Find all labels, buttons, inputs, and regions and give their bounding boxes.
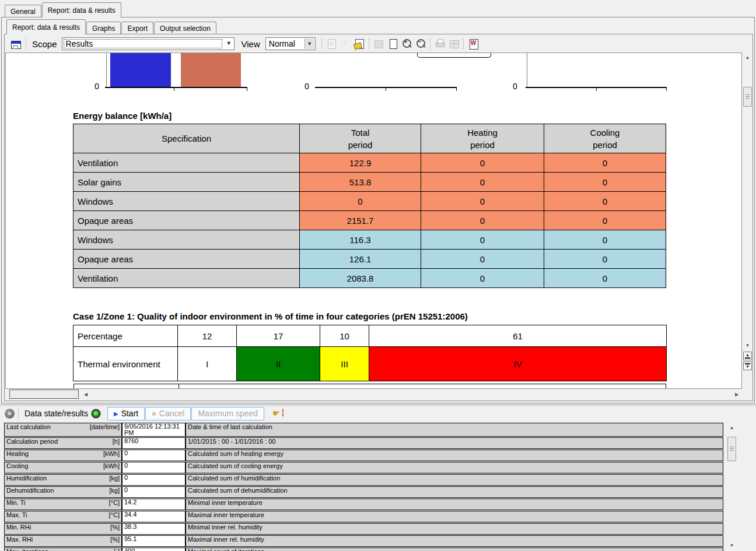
energy-row-label: Opaque areas bbox=[74, 211, 300, 230]
energy-total-value: 126.1 bbox=[300, 250, 421, 269]
status-unit: [%] bbox=[110, 536, 120, 543]
inner-tab[interactable]: Output selection bbox=[154, 22, 216, 34]
document-icon[interactable] bbox=[326, 38, 337, 50]
report-vscrollbar[interactable]: ▲ ▼ ▲ ▼ bbox=[743, 52, 752, 389]
col-cooling-period: Cooling period bbox=[544, 124, 666, 153]
chevron-down-icon: ▼ bbox=[226, 40, 232, 46]
run-to-cursor-icon[interactable]: ☛ bbox=[272, 408, 280, 419]
status-description: Calculated sum of heating energy bbox=[186, 450, 723, 461]
report-hscrollbar[interactable]: ◀ ▶ bbox=[5, 389, 742, 399]
energy-row: Ventilation 122.9 0 0 bbox=[74, 153, 666, 173]
maximum-speed-label: Maximum speed bbox=[198, 409, 258, 418]
inner-tab-bar: Report: data & results Graphs Export Out… bbox=[6, 20, 217, 34]
status-label: Cooling bbox=[6, 462, 28, 469]
status-description: Minimal inner temperature bbox=[186, 499, 723, 510]
toolbar-icons: + − bbox=[324, 38, 480, 50]
status-row: Heating [kWh] 0 Calculated sum of heatin… bbox=[4, 450, 723, 461]
energy-heating-value: 0 bbox=[421, 192, 544, 211]
status-row: Max. Ti [°C] 34.4 Maximal inner temperat… bbox=[4, 511, 723, 522]
status-description: 1/01/2015 : 00 - 1/01/2016 : 00 bbox=[186, 437, 723, 449]
properties-icon[interactable] bbox=[354, 38, 365, 50]
view-dropdown[interactable]: Normal ▼ bbox=[265, 37, 316, 50]
chart1-baseline bbox=[105, 87, 247, 88]
energy-row-label: Ventilation bbox=[74, 153, 300, 173]
status-label: Heating bbox=[6, 450, 29, 457]
cancel-button[interactable]: × Cancel bbox=[145, 407, 191, 420]
report-page-panel: Report: data & results Graphs Export Out… bbox=[1, 17, 755, 403]
report-window-button[interactable] bbox=[8, 37, 23, 50]
report-viewport: 0 0 0 Energy balance [kWh/a] bbox=[5, 52, 742, 389]
goto-hand-icon[interactable] bbox=[340, 38, 351, 50]
scroll-down-button[interactable]: ▼ bbox=[743, 341, 752, 350]
hscroll-thumb[interactable] bbox=[9, 389, 79, 399]
report-toolbar: Scope Results ▼ View Normal ▼ bbox=[8, 36, 749, 51]
status-unit: [°C] bbox=[109, 511, 120, 518]
vscroll-thumb[interactable] bbox=[743, 87, 752, 107]
view-value: Normal bbox=[266, 39, 295, 48]
full-page-icon[interactable] bbox=[373, 38, 384, 50]
zoom-out-icon[interactable]: − bbox=[415, 38, 426, 50]
status-description: Calculated sum of cooling energy bbox=[186, 462, 723, 473]
scroll-up-button[interactable]: ▲ bbox=[743, 52, 752, 62]
print-icon[interactable] bbox=[434, 38, 446, 50]
status-row: Cooling [kWh] 0 Calculated sum of coolin… bbox=[4, 462, 723, 473]
page-down-button[interactable]: ▼ bbox=[743, 362, 752, 370]
scroll-up-button[interactable]: ▲ bbox=[727, 423, 737, 432]
energy-table-title: Energy balance [kWh/a] bbox=[73, 111, 172, 121]
energy-row: Windows 0 0 0 bbox=[74, 192, 666, 211]
page-view-icon[interactable] bbox=[387, 38, 398, 50]
vscroll-thumb[interactable] bbox=[727, 437, 736, 461]
status-description: Calculated sum of humidification bbox=[186, 474, 723, 486]
status-description: Date & time of last calculation bbox=[186, 423, 723, 437]
percentage-value: 12 bbox=[177, 325, 237, 347]
energy-heating-value: 0 bbox=[421, 211, 544, 230]
energy-row: Ventilation 2083.8 0 0 bbox=[74, 269, 666, 288]
energy-row: Solar gains 513.8 0 0 bbox=[74, 173, 666, 192]
status-row: Calculation period [h] 8760 1/01/2015 : … bbox=[4, 437, 723, 449]
energy-total-value: 0 bbox=[300, 192, 421, 211]
status-led-icon bbox=[92, 409, 100, 418]
status-value: 14.2 bbox=[122, 499, 186, 510]
energy-row-label: Opaque areas bbox=[74, 250, 300, 269]
zoom-in-icon[interactable]: + bbox=[401, 38, 412, 50]
status-unit: [kWh] bbox=[103, 462, 120, 469]
data-state-table: Last calculation [date/time] 9/05/2016 1… bbox=[4, 422, 723, 551]
inner-tab[interactable]: Export bbox=[121, 22, 153, 34]
copy-table-icon[interactable] bbox=[448, 38, 460, 50]
header-separator bbox=[18, 408, 19, 419]
scroll-left-button[interactable]: ◀ bbox=[81, 389, 90, 399]
inner-tab[interactable]: Graphs bbox=[86, 22, 121, 34]
status-value: 0 bbox=[122, 450, 186, 461]
category-cell: IV bbox=[369, 346, 667, 381]
maximum-speed-button[interactable]: Maximum speed bbox=[191, 407, 264, 420]
status-row: Min. RHi [%] 38.3 Minimal inner rel. hum… bbox=[4, 523, 723, 535]
chart1-zero-label: 0 bbox=[94, 82, 99, 91]
percentage-value: 17 bbox=[236, 325, 320, 347]
inner-tab[interactable]: Report: data & results bbox=[6, 19, 86, 34]
status-value: 8760 bbox=[122, 437, 186, 449]
word-export-icon[interactable] bbox=[467, 38, 479, 50]
report-inner-panel: Scope Results ▼ View Normal ▼ bbox=[4, 34, 753, 401]
inner-tab-label: Report: data & results bbox=[12, 23, 80, 31]
category-cell: I bbox=[177, 346, 237, 381]
start-button[interactable]: ▶ Start bbox=[107, 407, 145, 420]
status-label: Max. Ti bbox=[6, 511, 27, 518]
status-value: 38.3 bbox=[122, 523, 186, 535]
outer-tab[interactable]: General bbox=[5, 5, 41, 17]
status-description: Calculated sum of dehumidification bbox=[186, 486, 723, 498]
page-up-button[interactable]: ▲ bbox=[743, 352, 752, 360]
scope-value: Results bbox=[62, 39, 93, 48]
energy-cooling-value: 0 bbox=[544, 250, 666, 269]
toolbar-separator bbox=[26, 38, 26, 50]
scroll-right-button[interactable]: ▶ bbox=[732, 389, 741, 399]
energy-row-label: Windows bbox=[74, 192, 300, 211]
status-label-cell: Min. RHi [%] bbox=[4, 523, 122, 535]
cancel-button-label: Cancel bbox=[159, 409, 185, 418]
chart3-tick bbox=[596, 88, 597, 91]
energy-cooling-value: 0 bbox=[544, 230, 666, 250]
scope-dropdown[interactable]: Results ▼ bbox=[62, 37, 235, 50]
outer-tab[interactable]: Report: data & results bbox=[42, 2, 121, 17]
close-panel-button[interactable]: × bbox=[5, 409, 15, 419]
scroll-down-button[interactable]: ▼ bbox=[727, 541, 737, 550]
panel-vscrollbar[interactable]: ▲ ▼ bbox=[727, 423, 737, 551]
